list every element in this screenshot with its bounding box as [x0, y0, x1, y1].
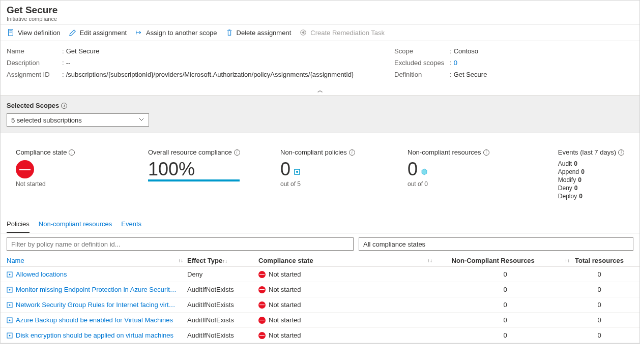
scope-value: Contoso: [454, 47, 478, 55]
event-row: Append0: [558, 168, 624, 175]
overall-compliance-value: 100%: [148, 160, 265, 178]
total-resources-count: 0: [574, 331, 625, 339]
scopes-label: Selected Scopes: [7, 102, 59, 109]
effect-type: Deny: [187, 270, 258, 278]
remediation-icon: [299, 28, 307, 37]
nc-resources-label: Non-compliant resources: [408, 148, 481, 156]
event-value: 0: [574, 160, 577, 167]
selected-scopes-section: Selected Scopes i 5 selected subscriptio…: [1, 95, 639, 133]
svg-point-13: [9, 319, 11, 321]
col-nc[interactable]: Non-Compliant Resources: [452, 257, 535, 264]
info-icon[interactable]: i: [483, 149, 489, 156]
stats-section: Compliance state i — Not started Overall…: [1, 133, 639, 211]
view-definition-label: View definition: [18, 29, 61, 37]
compliance-state: Not started: [269, 316, 301, 324]
chevron-down-icon: [138, 116, 144, 124]
trash-icon: [225, 28, 234, 37]
tab-policies[interactable]: Policies: [7, 216, 30, 233]
assign-scope-label: Assign to another scope: [146, 29, 217, 37]
policy-name-link[interactable]: Monitor missing Endpoint Protection in A…: [16, 286, 179, 293]
info-icon[interactable]: i: [349, 149, 355, 156]
event-value: 0: [578, 176, 581, 184]
compliance-state: Not started: [269, 286, 301, 293]
nc-policies-value: 0: [280, 160, 290, 178]
info-icon[interactable]: i: [69, 149, 75, 156]
assign-scope-button[interactable]: Assign to another scope: [135, 28, 217, 37]
desc-label: Description: [7, 59, 60, 67]
scope-select[interactable]: 5 selected subscriptions: [7, 113, 149, 127]
create-remediation-button: Create Remediation Task: [299, 28, 385, 37]
assign-id-value: /subscriptions/{subscriptionId}/provider…: [66, 71, 354, 78]
col-total[interactable]: Total resources: [575, 257, 624, 264]
sort-icon[interactable]: ↑↓: [222, 258, 227, 264]
svg-point-5: [296, 171, 298, 173]
scope-select-value: 5 selected subscriptions: [11, 116, 82, 124]
sort-icon[interactable]: ↑↓: [178, 258, 183, 263]
event-name: Audit: [558, 160, 572, 167]
policy-filter-input[interactable]: [7, 237, 354, 251]
info-icon[interactable]: i: [618, 149, 624, 156]
total-resources-count: 0: [574, 270, 625, 278]
effect-type: AuditIfNotExists: [187, 316, 258, 324]
sort-icon[interactable]: ↑↓: [565, 258, 570, 263]
policy-name-link[interactable]: Azure Backup should be enabled for Virtu…: [16, 316, 173, 324]
page-header: Get Secure Initiative compliance: [1, 1, 639, 24]
event-row: Deny0: [558, 185, 624, 192]
pencil-icon: [69, 28, 77, 37]
total-resources-count: 0: [574, 316, 625, 324]
no-entry-icon: —: [258, 332, 266, 339]
total-resources-count: 0: [574, 301, 625, 309]
event-name: Modify: [558, 176, 576, 184]
tab-nc-resources[interactable]: Non-compliant resources: [39, 216, 112, 233]
name-value: Get Secure: [66, 47, 100, 55]
compliance-state-filter[interactable]: All compliance states: [359, 237, 633, 251]
edit-assignment-label: Edit assignment: [80, 29, 127, 37]
table-row: Azure Backup should be enabled for Virtu…: [1, 313, 639, 328]
details-section: Name : Get Secure Description : -- Assig…: [1, 41, 639, 85]
cube-icon: [421, 160, 428, 167]
event-row: Modify0: [558, 176, 624, 184]
nc-policies-sub: out of 5: [280, 180, 392, 188]
policy-name-link[interactable]: Network Security Group Rules for Interne…: [16, 301, 179, 309]
nc-resources-count: 0: [437, 301, 574, 309]
tab-events[interactable]: Events: [121, 216, 141, 233]
policy-icon: [7, 271, 13, 278]
nc-resources-count: 0: [437, 286, 574, 293]
delete-assignment-button[interactable]: Delete assignment: [225, 28, 292, 37]
edit-assignment-button[interactable]: Edit assignment: [69, 28, 127, 37]
svg-rect-0: [9, 29, 13, 36]
table-row: Network Security Group Rules for Interne…: [1, 297, 639, 313]
event-name: Deny: [558, 185, 572, 192]
event-value: 0: [581, 168, 585, 175]
events-label: Events (last 7 days): [558, 148, 616, 156]
nc-resources-count: 0: [437, 316, 574, 324]
policy-name-link[interactable]: Allowed locations: [16, 270, 67, 278]
info-icon[interactable]: i: [61, 103, 67, 109]
info-icon[interactable]: i: [234, 149, 240, 156]
table-row: Disk encryption should be applied on vir…: [1, 328, 639, 343]
policy-icon: [294, 160, 301, 167]
overall-compliance-label: Overall resource compliance: [148, 148, 232, 156]
view-definition-button[interactable]: View definition: [7, 28, 61, 37]
policy-icon: [7, 302, 13, 308]
page-title: Get Secure: [7, 5, 633, 16]
no-entry-icon: —: [16, 160, 34, 178]
col-state[interactable]: Compliance state: [258, 257, 313, 264]
sort-icon[interactable]: ↑↓: [427, 258, 432, 263]
collapse-toggle[interactable]: ︽: [1, 85, 639, 95]
col-name[interactable]: Name: [7, 257, 24, 264]
event-row: Deploy0: [558, 193, 624, 200]
compliance-state: Not started: [269, 331, 301, 339]
event-name: Append: [558, 168, 579, 175]
policy-icon: [7, 332, 13, 339]
desc-value: --: [66, 59, 71, 67]
scope-label: Scope: [394, 47, 448, 55]
policy-name-link[interactable]: Disk encryption should be applied on vir…: [16, 331, 173, 339]
definition-value: Get Secure: [454, 71, 487, 78]
col-effect[interactable]: Effect Type: [187, 257, 222, 264]
svg-point-11: [9, 304, 11, 306]
table-header: Name↑↓ Effect Type↑↓ Compliance state↑↓ …: [1, 255, 639, 267]
excluded-value[interactable]: 0: [454, 59, 457, 67]
compliance-state-value: Not started: [16, 180, 133, 188]
policy-icon: [7, 287, 13, 293]
